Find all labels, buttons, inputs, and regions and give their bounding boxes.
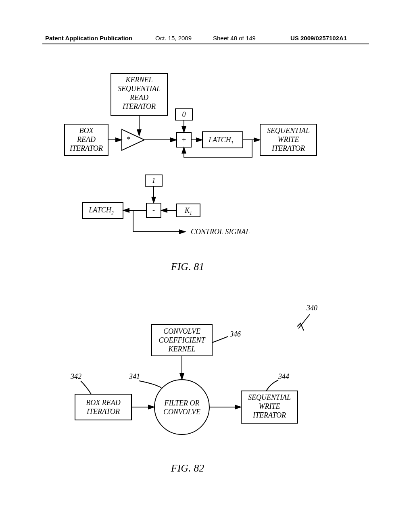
one-constant-label: 1 [152, 177, 156, 185]
lead-340 [298, 314, 310, 328]
lead-340-arrow [297, 323, 304, 330]
adder-label: + [181, 136, 186, 144]
figure-stage: BOXREADITERATOR KERNELSEQUENTIALREADITER… [0, 52, 413, 520]
publication-label: Patent Application Publication [45, 35, 132, 42]
sheet-number: Sheet 48 of 149 [213, 35, 256, 42]
zero-constant-label: 0 [182, 110, 186, 118]
lead-341 [139, 381, 161, 388]
subtractor-label: - [152, 206, 155, 214]
box-read-iterator-82 [75, 394, 131, 420]
lead-344 [266, 380, 278, 391]
ref-340: 340 [306, 304, 317, 312]
header-divider [42, 44, 369, 44]
fig-81-caption: FIG. 81 [171, 261, 204, 272]
lead-346 [212, 337, 228, 343]
publication-date: Oct. 15, 2009 [155, 35, 192, 42]
fig-82: CONVOLVECOEFFICIENTKERNEL BOX READITERAT… [70, 304, 317, 474]
diagram-svg: BOXREADITERATOR KERNELSEQUENTIALREADITER… [0, 52, 413, 520]
publication-number: US 2009/0257102A1 [290, 35, 347, 42]
fig-81: BOXREADITERATOR KERNELSEQUENTIALREADITER… [65, 73, 317, 272]
multiplier-label: * [127, 135, 130, 143]
fig-82-caption: FIG. 82 [171, 462, 204, 474]
multiplier [122, 129, 144, 150]
control-signal-label: CONTROL SIGNAL [191, 228, 250, 236]
ref-346: 346 [229, 330, 241, 338]
ref-341: 341 [129, 372, 140, 380]
ref-344: 344 [278, 372, 289, 380]
filter-or-convolve [154, 380, 209, 434]
lead-342 [81, 381, 91, 394]
ref-342: 342 [70, 372, 81, 380]
